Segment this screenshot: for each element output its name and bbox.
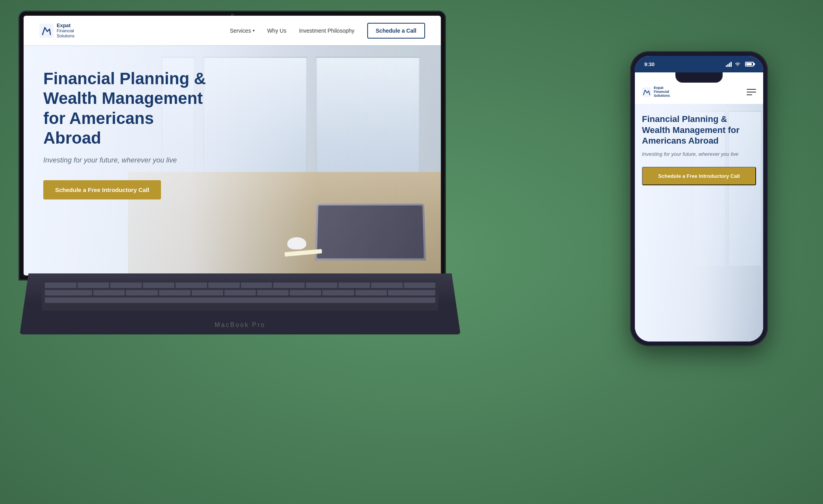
wifi-icon [734, 62, 741, 66]
nav-link-whyus[interactable]: Why Us [267, 28, 287, 34]
laptop-nav-links: Services ▾ Why Us Investment Philosophy … [230, 23, 425, 39]
key [338, 282, 370, 288]
key [159, 290, 190, 295]
hero-cta-button[interactable]: Schedule a Free Introductory Call [43, 180, 161, 199]
battery-icon [745, 62, 754, 66]
phone-screen-area: 9:30 [635, 56, 763, 342]
hamburger-line [747, 94, 752, 95]
laptop-nav: Expat Financial Solutions Services ▾ [24, 16, 441, 45]
key [176, 282, 207, 288]
laptop-hero: Financial Planning & Wealth Management f… [24, 45, 441, 275]
key [45, 282, 76, 288]
key [388, 290, 435, 295]
phone-body: 9:30 [630, 51, 768, 346]
hamburger-line [747, 92, 756, 92]
phone-hero: Financial Planning & Wealth Management f… [635, 104, 763, 342]
laptop-keyboard-area: MacBook Pro [20, 273, 461, 334]
laptop-brand-label: MacBook Pro [215, 321, 265, 329]
hero-title: Financial Planning & Wealth Management f… [43, 69, 209, 148]
key [126, 290, 157, 295]
hamburger-line [747, 89, 756, 90]
phone-device: 9:30 [630, 51, 768, 346]
scene: Expat Financial Solutions Services ▾ [0, 0, 823, 504]
logo-text: Expat Financial Solutions [57, 22, 74, 39]
laptop-website: Expat Financial Solutions Services ▾ [24, 16, 441, 275]
laptop-bezel: Expat Financial Solutions Services ▾ [20, 12, 445, 279]
key [241, 282, 272, 288]
laptop-screen: Expat Financial Solutions Services ▾ [24, 16, 441, 275]
phone-notch [675, 72, 723, 83]
hamburger-menu-button[interactable] [747, 89, 756, 95]
phone-nav: Expat Financial Solutions [635, 80, 763, 104]
spacebar-key [45, 297, 435, 303]
key [306, 282, 337, 288]
key [192, 290, 223, 295]
key [93, 290, 125, 295]
nav-link-services[interactable]: Services ▾ [230, 28, 255, 34]
key [290, 290, 321, 295]
key [371, 282, 403, 288]
phone-logo-icon [642, 87, 651, 97]
key [208, 282, 240, 288]
signal-icon [726, 62, 732, 67]
phone-hero-title: Financial Planning & Wealth Management f… [642, 114, 756, 146]
key [322, 290, 354, 295]
phone-logo[interactable]: Expat Financial Solutions [642, 86, 670, 98]
logo-icon [39, 24, 54, 38]
key [224, 290, 256, 295]
key [257, 290, 289, 295]
nav-link-investment[interactable]: Investment Philosophy [299, 28, 355, 34]
phone-time: 9:30 [644, 61, 655, 67]
phone-status-bar: 9:30 [635, 56, 763, 72]
phone-content: Expat Financial Solutions [635, 72, 763, 342]
hero-subtitle: Investing for your future, wherever you … [43, 156, 209, 164]
key [355, 290, 387, 295]
chevron-down-icon: ▾ [253, 28, 255, 33]
phone-hero-subtitle: Investing for your future, wherever you … [642, 151, 756, 157]
laptop-logo[interactable]: Expat Financial Solutions [39, 22, 74, 39]
phone-hero-content: Financial Planning & Wealth Management f… [635, 104, 763, 195]
phone-status-icons [726, 62, 754, 67]
phone-logo-text: Expat Financial Solutions [654, 86, 670, 98]
key [273, 282, 305, 288]
key [45, 290, 92, 295]
nav-schedule-button[interactable]: Schedule a Call [367, 23, 425, 39]
phone-hero-cta-button[interactable]: Schedule a Free Introductory Call [642, 167, 756, 185]
key [110, 282, 142, 288]
hero-content: Financial Planning & Wealth Management f… [24, 45, 228, 223]
laptop-device: Expat Financial Solutions Services ▾ [20, 12, 461, 334]
key [143, 282, 174, 288]
laptop-keyboard [42, 279, 438, 311]
key [78, 282, 109, 288]
key [404, 282, 435, 288]
